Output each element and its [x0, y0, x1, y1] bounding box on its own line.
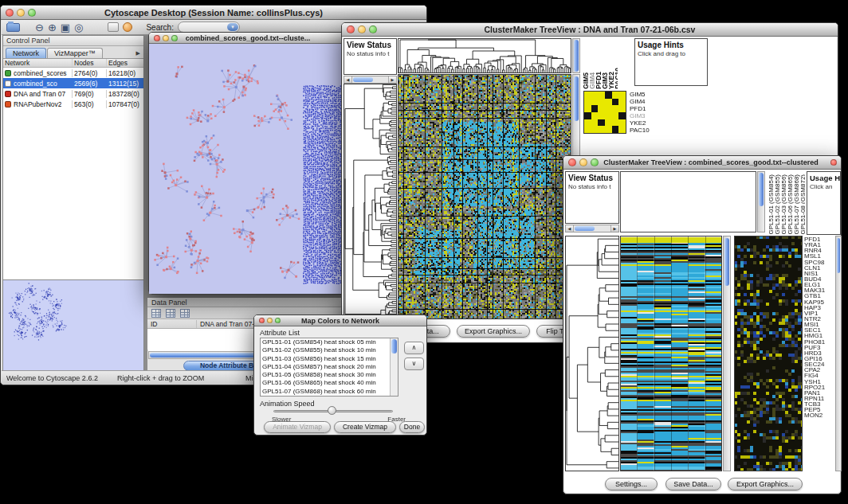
- attribute-list[interactable]: GPL51-01 (GSM854) heat shock 05 minGPL51…: [260, 338, 398, 397]
- column-id[interactable]: ID: [147, 320, 197, 328]
- gene-label: MON2: [804, 412, 834, 418]
- done-button[interactable]: Done: [399, 421, 425, 433]
- gene-list-vscrollbar[interactable]: [835, 236, 842, 471]
- column-network[interactable]: Network: [3, 59, 72, 67]
- zoom-in-icon[interactable]: ⊕: [48, 22, 57, 33]
- treeview-combined-titlebar[interactable]: ClusterMaker TreeView : combined_scores_…: [563, 156, 841, 170]
- status-hscrollbar[interactable]: ◀ ▶: [565, 225, 619, 232]
- status-hscrollbar[interactable]: ◀ ▶: [344, 76, 397, 84]
- column-label: GPL51-03 (GSM856): [781, 174, 787, 235]
- move-up-button[interactable]: ∧: [404, 342, 424, 354]
- matrix-cell: [618, 99, 626, 106]
- heatmap-canvas[interactable]: [398, 74, 571, 319]
- heatmap-canvas[interactable]: [620, 236, 722, 471]
- settings-button[interactable]: Settings...: [605, 478, 658, 490]
- list-vscrollbar[interactable]: [390, 338, 398, 396]
- vscroll-thumb[interactable]: [391, 339, 397, 354]
- column-label: PFD1: [595, 72, 601, 89]
- save-data-button[interactable]: Save Data...: [665, 478, 721, 490]
- matrix-cell: [591, 126, 599, 133]
- scroll-right-icon[interactable]: ▶: [610, 225, 618, 232]
- view-status-title: View Status: [344, 39, 396, 49]
- minimize-icon[interactable]: [17, 9, 25, 17]
- network-row[interactable]: combined_sco2569(6)13112(15): [3, 78, 143, 88]
- slider-thumb[interactable]: [328, 406, 336, 415]
- column-edges[interactable]: Edges: [106, 59, 143, 67]
- attribute-item[interactable]: GPL51-02 (GSM855) heat shock 10 min: [261, 346, 398, 354]
- network-row[interactable]: RNAPuberNov2563(0)107847(0): [3, 99, 143, 109]
- column-nodes[interactable]: Nodes: [72, 59, 106, 67]
- vscroll-thumb[interactable]: [574, 76, 579, 121]
- attribute-item[interactable]: GPL51-07 (GSM868) heat shock 60 min: [261, 388, 398, 396]
- column-label: GPL51-07 (GSM868): [794, 174, 799, 235]
- minimize-icon[interactable]: [579, 158, 587, 166]
- zoom-fit-icon[interactable]: ▣: [61, 22, 70, 33]
- matrix-cell: [612, 112, 619, 119]
- search-dropdown-icon[interactable]: ▼: [227, 23, 238, 31]
- animate-vizmap-button[interactable]: Animate Vizmap: [264, 421, 331, 433]
- network-row[interactable]: DNA and Tran 07769(0)183728(0): [3, 88, 143, 99]
- maximize-icon[interactable]: [171, 35, 178, 41]
- dialog-titlebar[interactable]: Map Colors to Network: [254, 315, 426, 326]
- main-titlebar[interactable]: Cytoscape Desktop (Session Name: collins…: [1, 6, 426, 20]
- zoom-selected-icon[interactable]: ◎: [74, 22, 83, 33]
- close-icon[interactable]: [6, 9, 14, 17]
- tab-network[interactable]: Network: [6, 48, 46, 58]
- column-dendrogram-panel[interactable]: [620, 171, 756, 232]
- dendrogram-vscrollbar[interactable]: [572, 38, 580, 73]
- search-input[interactable]: ▼: [178, 21, 240, 33]
- attribute-item[interactable]: GPL51-04 (GSM857) heat shock 20 min: [261, 363, 398, 371]
- attribute-item[interactable]: GPL51-06 (GSM865) heat shock 40 min: [261, 379, 398, 387]
- attribute-item[interactable]: GPL51-01 (GSM854) heat shock 05 min: [261, 338, 398, 346]
- snapshot-icon[interactable]: [108, 22, 119, 32]
- zoom-out-icon[interactable]: ⊖: [35, 22, 44, 33]
- close-icon[interactable]: [154, 35, 160, 41]
- annotation-icon[interactable]: [123, 22, 132, 32]
- export-graphics-button[interactable]: Export Graphics...: [457, 325, 530, 338]
- scroll-left-icon[interactable]: ◀: [344, 76, 352, 83]
- matrix-cell: [612, 105, 619, 112]
- close-icon[interactable]: [568, 158, 576, 166]
- close-icon[interactable]: [347, 25, 355, 33]
- open-session-icon[interactable]: [6, 23, 20, 32]
- attribute-item[interactable]: GPL51-05 (GSM858) heat shock 30 min: [261, 371, 398, 379]
- maximize-icon[interactable]: [591, 158, 599, 166]
- global-heatmap-canvas[interactable]: [734, 236, 803, 471]
- network-overview-canvas[interactable]: [3, 279, 143, 373]
- move-down-button[interactable]: ∨: [404, 357, 424, 370]
- network-row[interactable]: combined_scores2764(0)16218(0): [3, 68, 143, 78]
- attribute-editor-icon[interactable]: [180, 309, 190, 318]
- row-dendrogram-canvas[interactable]: [565, 236, 619, 471]
- minimize-icon[interactable]: [163, 35, 169, 41]
- scroll-right-icon[interactable]: ▶: [388, 76, 396, 83]
- create-vizmap-button[interactable]: Create Vizmap: [334, 421, 396, 433]
- tab-vizmapper[interactable]: VizMapper™: [47, 48, 103, 58]
- selected-cluster-matrix[interactable]: [583, 91, 626, 134]
- vscroll-thumb[interactable]: [837, 238, 840, 273]
- export-graphics-button[interactable]: Export Graphics...: [728, 478, 803, 490]
- column-dendrogram-canvas[interactable]: [398, 38, 571, 73]
- vscroll-thumb[interactable]: [724, 238, 729, 286]
- scroll-left-icon[interactable]: ◀: [566, 225, 574, 232]
- minimize-icon[interactable]: [358, 25, 366, 33]
- attribute-item[interactable]: GPL51-03 (GSM856) heat shock 15 min: [261, 355, 398, 363]
- network-canvas[interactable]: [149, 44, 347, 294]
- row-dendrogram-canvas[interactable]: [344, 84, 397, 319]
- treeview-dna-titlebar[interactable]: ClusterMaker TreeView : DNA and Tran 07-…: [342, 23, 838, 37]
- close-icon[interactable]: [259, 318, 265, 323]
- tab-overflow-icon[interactable]: ▶: [136, 50, 143, 58]
- dendrogram-vscrollbar[interactable]: [757, 171, 765, 232]
- attribute-table-icon[interactable]: [151, 309, 161, 318]
- maximize-icon[interactable]: [275, 318, 281, 323]
- maximize-icon[interactable]: [369, 25, 377, 33]
- hscroll-thumb[interactable]: [575, 226, 595, 231]
- network-view-titlebar[interactable]: combined_scores_good.txt--cluste...: [149, 33, 347, 44]
- close-icon-right[interactable]: [830, 159, 837, 166]
- hscroll-thumb[interactable]: [353, 77, 373, 82]
- vscroll-thumb[interactable]: [574, 40, 579, 72]
- minimize-icon[interactable]: [267, 318, 273, 323]
- maximize-icon[interactable]: [28, 9, 36, 17]
- heatmap-vscrollbar[interactable]: [723, 236, 731, 471]
- vscroll-thumb[interactable]: [759, 173, 764, 206]
- select-attributes-icon[interactable]: [166, 309, 175, 318]
